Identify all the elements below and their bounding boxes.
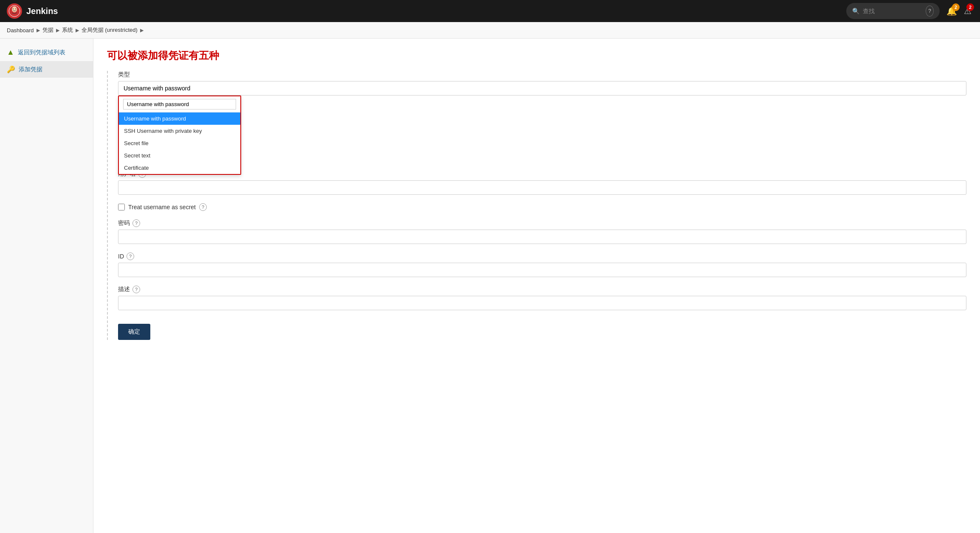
description-label: 描述 ?	[118, 286, 966, 293]
password-input[interactable]	[118, 230, 966, 244]
breadcrumb-global[interactable]: 全局凭据 (unrestricted)	[82, 26, 138, 34]
description-input[interactable]	[118, 296, 966, 310]
svg-point-2	[13, 8, 14, 9]
warnings-button[interactable]: ⚠ 2	[962, 4, 973, 18]
svg-point-1	[12, 6, 17, 12]
username-label: 用户名 ?	[118, 170, 966, 178]
breadcrumb: Dashboard ▶ 凭据 ▶ 系统 ▶ 全局凭据 (unrestricted…	[0, 22, 980, 39]
breadcrumb-dashboard[interactable]: Dashboard	[7, 27, 34, 34]
treat-secret-checkbox[interactable]	[118, 204, 125, 210]
type-select[interactable]: Username with password SSH Username with…	[118, 81, 966, 95]
breadcrumb-sep-4: ▶	[140, 28, 144, 33]
search-help-button[interactable]: ?	[926, 6, 934, 17]
breadcrumb-credentials[interactable]: 凭据	[42, 26, 54, 34]
password-group: 密码 ?	[118, 219, 966, 244]
dropdown-filter-input[interactable]	[123, 99, 236, 109]
username-group: 用户名 ?	[118, 170, 966, 195]
treat-secret-help-icon[interactable]: ?	[199, 203, 207, 211]
type-label: 类型	[118, 71, 966, 79]
type-dropdown-wrapper: Username with password SSH Username with…	[118, 81, 966, 95]
submit-button[interactable]: 确定	[118, 324, 150, 340]
type-section: 类型 Username with password SSH Username w…	[118, 71, 966, 95]
search-box[interactable]: 🔍 ?	[846, 3, 940, 19]
dropdown-option-uwp[interactable]: Username with password	[119, 112, 240, 125]
search-icon: 🔍	[852, 8, 859, 14]
back-icon: ▲	[7, 48, 14, 57]
dropdown-option-st[interactable]: Secret text	[119, 149, 240, 162]
username-input[interactable]	[118, 180, 966, 195]
dropdown-option-cert[interactable]: Certificate	[119, 162, 240, 174]
dropdown-option-ssh[interactable]: SSH Username with private key	[119, 125, 240, 137]
search-input[interactable]	[863, 8, 922, 14]
notifications-badge: 2	[952, 3, 960, 11]
sidebar-item-add[interactable]: 🔑 添加凭据	[0, 61, 93, 78]
treat-secret-row: Treat username as secret ?	[118, 203, 966, 211]
breadcrumb-sep-1: ▶	[37, 28, 40, 33]
type-dropdown-container: Username with password SSH Username with…	[118, 81, 966, 95]
warnings-badge: 2	[966, 3, 974, 11]
id-label: ID ?	[118, 252, 966, 260]
logo-area: Jenkins	[7, 3, 58, 19]
id-help-icon[interactable]: ?	[127, 252, 134, 260]
header-icons: 🔔 2 ⚠ 2	[945, 4, 973, 18]
app-header: Jenkins 🔍 ? 🔔 2 ⚠ 2	[0, 0, 980, 22]
sidebar-item-back[interactable]: ▲ 返回到凭据域列表	[0, 44, 93, 61]
password-help-icon[interactable]: ?	[132, 219, 140, 227]
id-input[interactable]	[118, 263, 966, 277]
key-icon: 🔑	[7, 65, 15, 73]
breadcrumb-system[interactable]: 系统	[62, 26, 73, 34]
annotation-text: 可以被添加得凭证有五种	[107, 49, 966, 62]
sidebar: ▲ 返回到凭据域列表 🔑 添加凭据	[0, 39, 93, 533]
treat-secret-label: Treat username as secret	[128, 204, 196, 210]
dropdown-option-sf[interactable]: Secret file	[119, 137, 240, 149]
app-title: Jenkins	[26, 6, 58, 16]
page-layout: ▲ 返回到凭据域列表 🔑 添加凭据 可以被添加得凭证有五种 类型 Usernam…	[0, 39, 980, 533]
breadcrumb-sep-3: ▶	[76, 28, 79, 33]
sidebar-item-add-label: 添加凭据	[19, 66, 42, 73]
password-label: 密码 ?	[118, 219, 966, 227]
jenkins-logo-icon	[7, 3, 22, 19]
main-content: 可以被添加得凭证有五种 类型 Username with password SS…	[93, 39, 980, 533]
description-help-icon[interactable]: ?	[132, 286, 140, 293]
svg-point-3	[15, 8, 16, 9]
type-dropdown-popup: Username with password SSH Username with…	[118, 95, 241, 175]
sidebar-item-back-label: 返回到凭据域列表	[18, 49, 65, 56]
breadcrumb-sep-2: ▶	[56, 28, 59, 33]
dropdown-search-row	[119, 96, 240, 112]
notifications-button[interactable]: 🔔 2	[945, 4, 959, 18]
form-container: 类型 Username with password SSH Username w…	[107, 71, 966, 340]
id-group: ID ?	[118, 252, 966, 277]
description-group: 描述 ?	[118, 286, 966, 310]
